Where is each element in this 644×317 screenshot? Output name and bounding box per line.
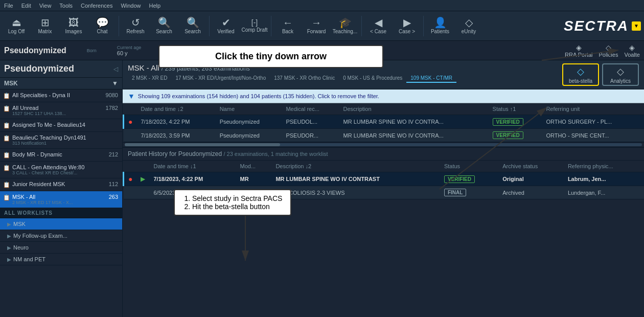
images-button[interactable]: 🖼 Images [60,13,87,39]
images-icon: 🖼 [68,17,79,28]
all-worklists-section: ALL WORKLISTS [0,208,122,218]
sidebar-item-assigned-icon: 📋 [3,122,10,129]
log-off-button[interactable]: ⏏ Log Off [3,13,30,39]
sidebar-item-all-unread[interactable]: 📋 All Unread 1527 SHC 117 UHA 138... 178… [0,102,122,119]
hist-col-description[interactable]: Description ↓2 [271,161,440,172]
history-table: Date and time ↓1 Mod... Description ↓2 S… [123,161,644,199]
worklist-neuro[interactable]: ▶ Neuro [0,242,122,254]
row1-name: Pseudonymized [216,115,282,129]
sidebar-item-beaulieuC[interactable]: 📋 BeaulieuC Teaching Dyn1491 313 Notific… [0,132,122,149]
tiny-down-arrow-button[interactable]: ▼ [632,21,641,31]
forward-icon: → [311,17,321,28]
col-datetime[interactable]: Date and time ↓2 [136,103,215,115]
refresh-button[interactable]: ↺ Refresh [122,13,149,39]
filter-tab-us-proc[interactable]: 0 MSK - US & Procedures [339,74,406,83]
col-medrecord[interactable]: Medical rec... [282,103,339,115]
analytics-button[interactable]: ◇ Analytics [602,63,639,86]
hist-col-mod[interactable]: Mod... [236,161,272,172]
play-icon: ▶ [141,175,145,183]
worklist-neuro-label: Neuro [13,244,29,251]
hist-col-archive[interactable]: Archive status [498,161,564,172]
filter-info-bar[interactable]: ▼ Showing 109 examinations (154 hidden) … [123,89,644,103]
worklist-msk-chevron: ▶ [7,221,11,227]
back-icon: ← [283,17,293,28]
status-badge: VERIFIED [493,131,523,139]
col-status[interactable]: Status ↑1 [489,103,542,115]
matrix-button[interactable]: ⊞ Matrix [32,13,58,39]
table-row[interactable]: 6/5/2023, 2:25 PM DX XR SCOLIOSIS 2-3 VI… [124,186,645,199]
comp-draft-button[interactable]: [-] Comp Draft [241,13,268,39]
worklist-follow-up[interactable]: ▶ My Follow-up Exam... [0,230,122,242]
menu-view[interactable]: View [39,3,52,9]
worklist-neuro-chevron: ▶ [7,245,11,251]
search-label-1: Search [156,29,172,34]
sidebar-item-msk-all-name: MSK - All [12,194,107,200]
col-name[interactable]: Name [216,103,282,115]
patients-button[interactable]: 👤 Patients [427,13,453,39]
beta-stella-button[interactable]: ◇ beta-stella [562,63,599,86]
sidebar-item-all-unread-icon: 📋 [3,105,10,112]
menu-tools[interactable]: Tools [59,3,73,9]
back-button[interactable]: ← Back [274,13,301,39]
forward-button[interactable]: → Forward [303,13,330,39]
sidebar-item-call-sub: 3 CALL - Chest XR ED Chest/... [12,170,118,175]
menu-edit[interactable]: Edit [21,3,31,9]
worklist-msk[interactable]: ▶ MSK [0,218,122,230]
sidebar-item-body-mr-icon: 📋 [3,152,10,158]
horizontal-scrollbar[interactable] [123,142,644,147]
sidebar-item-msk-all[interactable]: 📋 MSK - All 2 MSK - XR ED 17 MSK - X... … [0,191,122,208]
hist-row2-mod: DX [236,186,272,199]
eunity-button[interactable]: ◇ eUnity [455,13,482,39]
filter-tab-xr-ed[interactable]: 2 MSK - XR ED [128,74,171,83]
sidebar-item-body-mr[interactable]: 📋 Body MR - Dynamic 212 [0,149,122,162]
table-row[interactable]: ● ▶ 7/18/2023, 4:22 PM MR MR LUMBAR SPIN… [124,172,645,186]
sidebar-item-beaulieuC-name: BeaulieuC Teaching Dyn1491 [12,134,118,141]
search-button-1[interactable]: 🔍 Search [151,13,177,39]
chat-button[interactable]: 💬 Chat [89,13,116,39]
policies-link[interactable]: ◇ Policies [599,43,618,58]
toolbar-separator-4 [361,16,362,36]
sidebar-item-call[interactable]: 📋 CALL - Gen Attending We:80 3 CALL - Ch… [0,162,122,178]
voalte-link[interactable]: ◈ Voalte [624,43,640,58]
msk-dropdown-icon[interactable]: ▼ [112,80,118,87]
teaching-button[interactable]: 🎓 Teaching... [332,13,358,39]
filter-tab-ortho-clinic[interactable]: 137 MSK - XR Ortho Clinic [270,74,339,83]
patient-history-title: Patient History for Pseudonymized [128,150,222,157]
hist-row1-mod: MR [236,172,272,186]
menu-conferences[interactable]: Conferences [81,3,112,9]
sidebar-header: Pseudonymized ◁ [0,60,122,78]
col-description[interactable]: Description [339,103,489,115]
hist-col-referring[interactable]: Referring physic... [564,161,644,172]
menu-help[interactable]: Help [149,3,161,9]
table-row[interactable]: 7/18/2023, 3:59 PM Pseudonymized PSEUDOR… [124,129,645,142]
case-prev-button[interactable]: ◀ < Case [365,13,392,39]
case-next-button[interactable]: ▶ Case > [394,13,420,39]
row2-datetime: 7/18/2023, 3:59 PM [136,129,215,142]
sidebar-item-junior-msk[interactable]: 📋 Junior Resident MSK 112 [0,178,122,191]
search-button-2[interactable]: 🔍 Search [179,13,206,39]
filter-tab-ct-mr[interactable]: 109 MSK - CT/MR [406,74,456,83]
voalte-label: Voalte [624,52,640,58]
filter-tab-urgent[interactable]: 17 MSK - XR ED/Urgent/Inpt/Non-Ortho [171,74,270,83]
main-table-wrapper: Date and time ↓2 Name Medical rec... Des… [123,103,644,142]
hist-col-datetime[interactable]: Date and time ↓1 [149,161,236,172]
sectra-logo: SECTRA [564,18,629,34]
hist-col-status[interactable]: Status [440,161,498,172]
menu-file[interactable]: File [4,3,13,9]
sidebar-item-all-specialties[interactable]: 📋 All Specialties - Dyna II 9080 [0,89,122,102]
sidebar-collapse-icon[interactable]: ◁ [113,65,118,73]
row2-status: VERIFIED [489,129,542,142]
verified-button[interactable]: ✔ Verified [213,13,239,39]
hist-row2-status: FINAL [440,186,498,199]
portal-links: ◈ RRA Portal ◇ Policies ◈ Voalte [565,43,640,58]
worklist-nm-pet[interactable]: ▶ NM and PET [0,254,122,265]
menu-bar: File Edit View Tools Conferences Window … [0,0,644,11]
rra-portal-link[interactable]: ◈ RRA Portal [565,43,592,58]
row2-unit: ORTHO - SPINE CENT... [542,129,644,142]
sidebar-item-assigned-to-me[interactable]: 📋 Assigned To Me - Beaulieu14 [0,119,122,132]
table-row[interactable]: ● 7/18/2023, 4:22 PM Pseudonymized PSEUD… [124,115,645,129]
col-unit[interactable]: Referring unit [542,103,644,115]
hist-row2-datetime: 6/5/2023, 2:25 PM [149,186,236,199]
menu-window[interactable]: Window [121,3,141,9]
sidebar: Pseudonymized ◁ MSK ▼ 📋 All Specialties … [0,60,123,317]
